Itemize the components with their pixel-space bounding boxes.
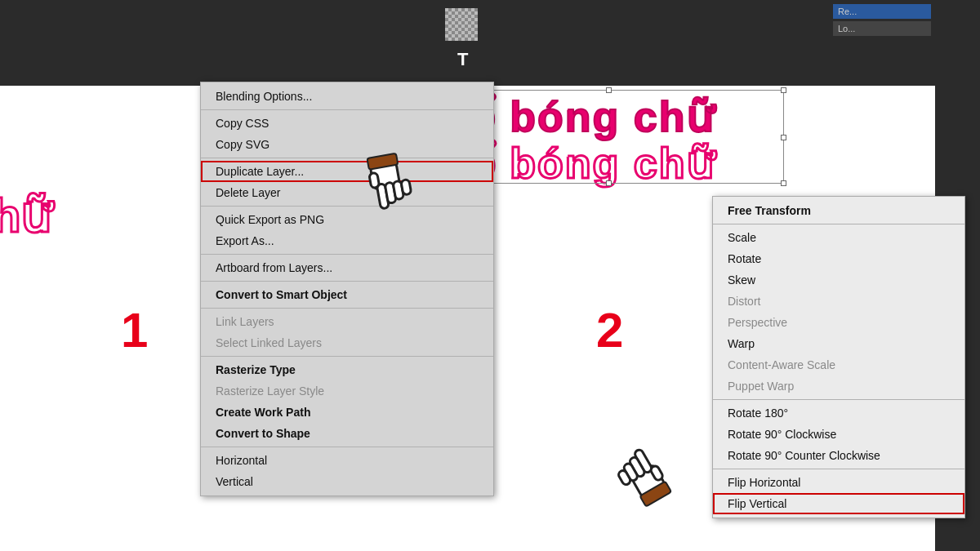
handle-mr — [781, 135, 786, 140]
menu-create-work-path[interactable]: Create Work Path — [201, 402, 493, 423]
rdivider-3 — [713, 469, 964, 469]
handle-bm — [606, 180, 612, 186]
menu-horizontal[interactable]: Horizontal — [201, 450, 493, 471]
divider-8 — [201, 447, 493, 447]
hand-cursor-1 — [339, 143, 429, 236]
layer-row-1: Re... — [833, 4, 931, 19]
handle-tr — [781, 87, 786, 93]
menu-perspective[interactable]: Perspective — [713, 312, 964, 333]
menu-skew[interactable]: Skew — [713, 269, 964, 291]
menu-puppet-warp[interactable]: Puppet Warp — [713, 375, 964, 397]
divider-5 — [201, 281, 493, 282]
menu-rotate[interactable]: Rotate — [713, 248, 964, 269]
divider-6 — [201, 308, 493, 309]
divider-1 — [201, 109, 493, 110]
step-number-1: 1 — [121, 302, 148, 358]
menu-rotate-90-ccw[interactable]: Rotate 90° Counter Clockwise — [713, 445, 964, 466]
layer-panel: Re... Lo... — [833, 4, 931, 36]
menu-warp[interactable]: Warp — [713, 333, 964, 354]
menu-flip-vertical[interactable]: Flip Vertical — [713, 493, 964, 514]
svg-rect-4 — [401, 180, 412, 195]
divider-7 — [201, 356, 493, 357]
checker-transparent — [445, 8, 478, 41]
step-number-2: 2 — [596, 302, 623, 358]
menu-blending-options[interactable]: Blending Options... — [201, 86, 493, 107]
menu-convert-smart-object[interactable]: Convert to Smart Object — [201, 284, 493, 305]
rdivider-2 — [713, 399, 964, 400]
left-partial-text: hữ — [0, 188, 51, 243]
top-toolbar: Re... Lo... T — [0, 0, 980, 86]
menu-rasterize-layer-style[interactable]: Rasterize Layer Style — [201, 380, 493, 402]
menu-distort[interactable]: Distort — [713, 291, 964, 312]
menu-free-transform[interactable]: Free Transform — [713, 200, 964, 221]
menu-select-linked-layers[interactable]: Select Linked Layers — [201, 332, 493, 353]
menu-artboard-from-layers[interactable]: Artboard from Layers... — [201, 257, 493, 278]
svg-rect-5 — [369, 172, 380, 188]
menu-vertical[interactable]: Vertical — [201, 471, 493, 492]
handle-tm — [606, 87, 612, 93]
rdivider-1 — [713, 224, 964, 224]
menu-flip-horizontal[interactable]: Flip Horizontal — [713, 472, 964, 493]
menu-content-aware-scale[interactable]: Content-Aware Scale — [713, 354, 964, 375]
menu-link-layers[interactable]: Link Layers — [201, 311, 493, 332]
menu-copy-css[interactable]: Copy CSS — [201, 113, 493, 134]
menu-convert-to-shape[interactable]: Convert to Shape — [201, 423, 493, 444]
menu-rotate-180[interactable]: Rotate 180° — [713, 402, 964, 424]
menu-rotate-90-cw[interactable]: Rotate 90° Clockwise — [713, 424, 964, 445]
menu-rasterize-type[interactable]: Rasterize Type — [201, 359, 493, 380]
hand-cursor-2 — [596, 416, 694, 526]
layer-row-2: Lo... — [833, 21, 931, 36]
context-menu-right: Free Transform Scale Rotate Skew Distort… — [712, 196, 965, 518]
type-tool-icon: T — [457, 49, 468, 70]
menu-scale[interactable]: Scale — [713, 227, 964, 248]
handle-br — [781, 180, 786, 186]
divider-4 — [201, 254, 493, 255]
